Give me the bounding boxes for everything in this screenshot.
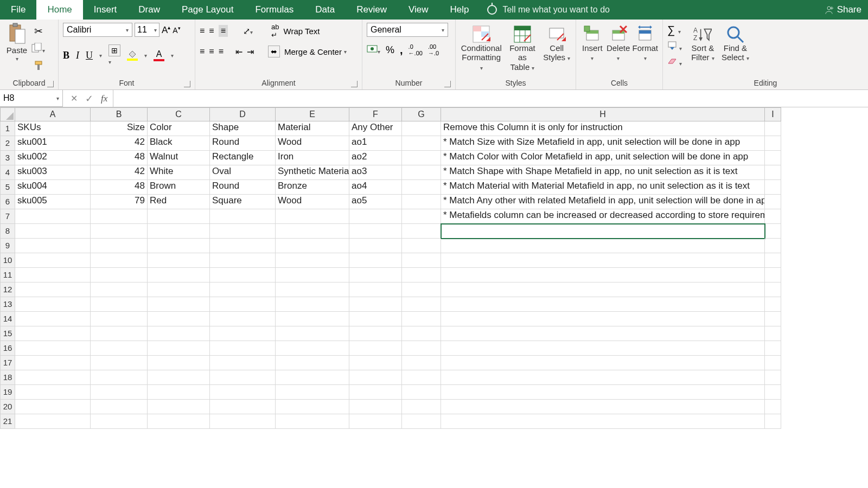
cell-I4[interactable] — [765, 165, 781, 180]
row-header-15[interactable]: 15 — [0, 326, 15, 341]
cell-F7[interactable] — [349, 209, 402, 224]
cell-D12[interactable] — [210, 282, 276, 297]
cell-I21[interactable] — [765, 414, 781, 429]
increase-font-button[interactable]: A▴ — [162, 24, 170, 36]
cell-G12[interactable] — [402, 282, 441, 297]
row-header-21[interactable]: 21 — [0, 414, 15, 429]
cell-C20[interactable] — [148, 400, 210, 414]
align-middle-button[interactable]: ≡ — [209, 26, 214, 36]
format-painter-button[interactable] — [33, 60, 44, 73]
cell-H3[interactable]: * Match Color with Color Metafield in ap… — [441, 151, 765, 165]
borders-button[interactable]: ⊞▾ — [108, 44, 120, 66]
cell-F6[interactable]: ao5 — [349, 195, 402, 209]
cell-H17[interactable] — [441, 356, 765, 370]
cell-D8[interactable] — [210, 224, 276, 239]
cell-H16[interactable] — [441, 341, 765, 356]
cell-A19[interactable] — [15, 385, 91, 400]
cell-D1[interactable]: Shape — [210, 121, 276, 136]
cell-D19[interactable] — [210, 385, 276, 400]
cell-F1[interactable]: Any Other — [349, 121, 402, 136]
column-header-G[interactable]: G — [402, 107, 441, 121]
cell-A15[interactable] — [15, 326, 91, 341]
column-header-A[interactable]: A — [15, 107, 91, 121]
row-header-13[interactable]: 13 — [0, 297, 15, 312]
cell-H9[interactable] — [441, 239, 765, 253]
cell-G13[interactable] — [402, 297, 441, 312]
cell-I13[interactable] — [765, 297, 781, 312]
cell-E9[interactable] — [276, 239, 349, 253]
cell-D15[interactable] — [210, 326, 276, 341]
row-header-4[interactable]: 4 — [0, 165, 15, 180]
cell-A7[interactable] — [15, 209, 91, 224]
cell-D14[interactable] — [210, 312, 276, 326]
comma-button[interactable]: , — [400, 44, 403, 56]
cell-G10[interactable] — [402, 253, 441, 268]
cell-I11[interactable] — [765, 268, 781, 282]
cell-D17[interactable] — [210, 356, 276, 370]
cell-I14[interactable] — [765, 312, 781, 326]
cell-E4[interactable]: Synthetic Material — [276, 165, 349, 180]
name-box[interactable]: H8▾ — [0, 90, 63, 107]
row-header-18[interactable]: 18 — [0, 370, 15, 385]
cell-G2[interactable] — [402, 136, 441, 151]
cell-F12[interactable] — [349, 282, 402, 297]
cell-C13[interactable] — [148, 297, 210, 312]
copy-button[interactable]: ▾ — [31, 43, 45, 55]
cell-G17[interactable] — [402, 356, 441, 370]
cell-I5[interactable] — [765, 180, 781, 195]
cell-B9[interactable] — [91, 239, 148, 253]
tab-home[interactable]: Home — [36, 0, 82, 20]
cell-F10[interactable] — [349, 253, 402, 268]
cell-D5[interactable]: Round — [210, 180, 276, 195]
row-header-8[interactable]: 8 — [0, 224, 15, 239]
cell-C19[interactable] — [148, 385, 210, 400]
cell-A13[interactable] — [15, 297, 91, 312]
cell-I18[interactable] — [765, 370, 781, 385]
cell-B19[interactable] — [91, 385, 148, 400]
cell-B6[interactable]: 79 — [91, 195, 148, 209]
cell-H13[interactable] — [441, 297, 765, 312]
cancel-formula-button[interactable]: ✕ — [71, 93, 78, 104]
cell-F14[interactable] — [349, 312, 402, 326]
cell-F16[interactable] — [349, 341, 402, 356]
cell-E1[interactable]: Material — [276, 121, 349, 136]
cell-F15[interactable] — [349, 326, 402, 341]
cell-B16[interactable] — [91, 341, 148, 356]
font-size-select[interactable]: 11▾ — [135, 23, 159, 37]
cell-G6[interactable] — [402, 195, 441, 209]
row-header-5[interactable]: 5 — [0, 180, 15, 195]
cell-F8[interactable] — [349, 224, 402, 239]
cell-B17[interactable] — [91, 356, 148, 370]
bold-button[interactable]: B — [63, 50, 69, 61]
cell-E21[interactable] — [276, 414, 349, 429]
cell-G5[interactable] — [402, 180, 441, 195]
cell-B4[interactable]: 42 — [91, 165, 148, 180]
cell-H18[interactable] — [441, 370, 765, 385]
row-header-9[interactable]: 9 — [0, 239, 15, 253]
cell-I12[interactable] — [765, 282, 781, 297]
cell-A20[interactable] — [15, 400, 91, 414]
tab-review[interactable]: Review — [346, 0, 398, 20]
cell-B1[interactable]: Size — [91, 121, 148, 136]
tab-insert[interactable]: Insert — [83, 0, 128, 20]
cell-C5[interactable]: Brown — [148, 180, 210, 195]
column-header-E[interactable]: E — [276, 107, 349, 121]
cell-E18[interactable] — [276, 370, 349, 385]
cell-H5[interactable]: * Match Material with Material Metafield… — [441, 180, 765, 195]
cell-I20[interactable] — [765, 400, 781, 414]
cell-F5[interactable]: ao4 — [349, 180, 402, 195]
tell-me-search[interactable]: Tell me what you want to do — [487, 0, 609, 20]
cell-C8[interactable] — [148, 224, 210, 239]
cell-E12[interactable] — [276, 282, 349, 297]
cell-I6[interactable] — [765, 195, 781, 209]
cell-E10[interactable] — [276, 253, 349, 268]
cell-E16[interactable] — [276, 341, 349, 356]
cell-F18[interactable] — [349, 370, 402, 385]
cell-F11[interactable] — [349, 268, 402, 282]
cell-D16[interactable] — [210, 341, 276, 356]
cell-C21[interactable] — [148, 414, 210, 429]
conditional-formatting-button[interactable]: ConditionalFormatting ▾ — [460, 23, 502, 72]
row-header-3[interactable]: 3 — [0, 151, 15, 165]
cell-G9[interactable] — [402, 239, 441, 253]
row-header-14[interactable]: 14 — [0, 312, 15, 326]
